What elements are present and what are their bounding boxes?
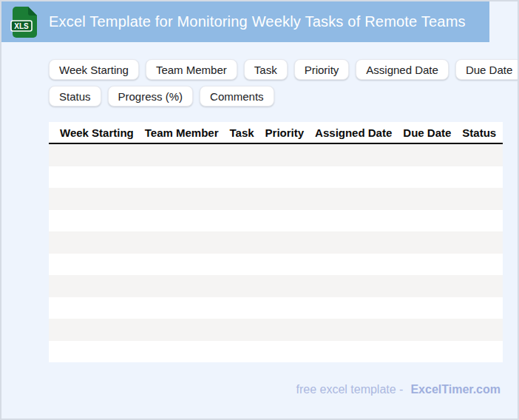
- column-chip[interactable]: Task: [244, 59, 288, 80]
- column-header: Assigned Date: [315, 126, 392, 139]
- column-header: Status: [462, 126, 496, 139]
- column-header: Due Date: [403, 126, 451, 139]
- column-chip[interactable]: Progress (%): [108, 86, 194, 106]
- column-chip[interactable]: Team Member: [146, 59, 237, 80]
- footer: free excel template -ExcelTimer.com: [296, 383, 501, 396]
- column-chip[interactable]: Priority: [294, 59, 350, 80]
- table-row: [49, 254, 503, 276]
- column-chip[interactable]: Comments: [200, 86, 274, 106]
- column-header: Priority: [265, 126, 305, 139]
- xls-badge-label: XLS: [14, 22, 29, 30]
- column-header: Team Member: [145, 126, 219, 139]
- xls-file-icon: XLS: [10, 6, 38, 38]
- column-header: Week Starting: [60, 126, 134, 139]
- table-row: [49, 275, 503, 297]
- page: XLS Excel Template for Monitoring Weekly…: [0, 0, 519, 420]
- column-chips: Week Starting Team Member Task Priority …: [49, 59, 519, 106]
- table-row: [49, 166, 503, 189]
- table-row: [49, 341, 503, 363]
- table-header-row: Week Starting Team Member Task Priority …: [49, 122, 503, 144]
- table-row: [49, 210, 503, 232]
- column-chip[interactable]: Due Date: [455, 59, 519, 80]
- footer-brand-link[interactable]: ExcelTimer.com: [410, 383, 501, 396]
- column-chip[interactable]: Assigned Date: [356, 59, 449, 80]
- column-header: Task: [230, 126, 254, 139]
- table-row: [49, 144, 503, 166]
- table-row: [49, 231, 503, 254]
- column-chip[interactable]: Week Starting: [49, 59, 139, 80]
- table-body: [49, 144, 503, 362]
- chip-row-1: Week Starting Team Member Task Priority …: [49, 59, 519, 80]
- app-header: XLS Excel Template for Monitoring Weekly…: [1, 1, 489, 42]
- table-row: [49, 188, 503, 210]
- table-row: [49, 297, 503, 319]
- chip-row-2: Status Progress (%) Comments: [49, 86, 519, 106]
- column-chip[interactable]: Status: [49, 86, 101, 106]
- tasks-table: Week Starting Team Member Task Priority …: [49, 122, 503, 362]
- table-row: [49, 319, 503, 341]
- page-title: Excel Template for Monitoring Weekly Tas…: [49, 13, 466, 30]
- footer-text: free excel template -: [296, 383, 403, 396]
